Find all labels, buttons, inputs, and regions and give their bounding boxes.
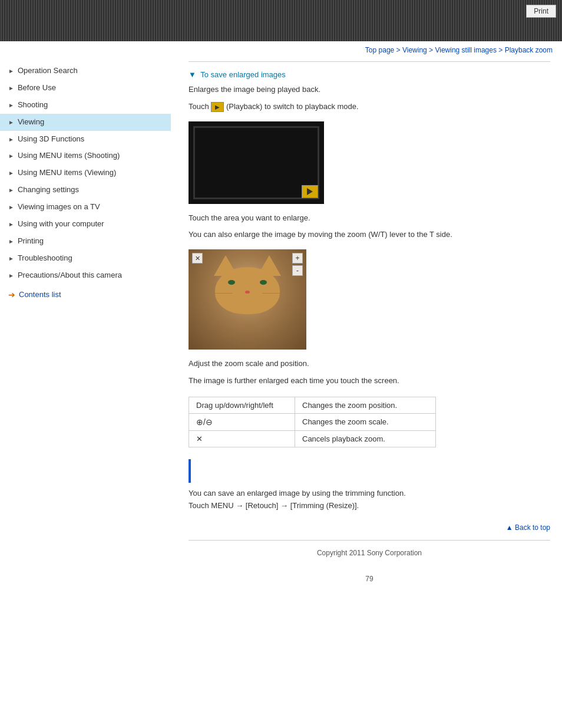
info-table: Drag up/down/right/left Changes the zoom… <box>189 397 436 447</box>
sidebar-item-troubleshooting[interactable]: ► Troubleshooting <box>0 250 171 267</box>
contents-list-link[interactable]: ➔ Contents list <box>0 284 171 305</box>
back-to-top-arrow-icon: ▲ <box>506 523 515 532</box>
table-row: Drag up/down/right/left Changes the zoom… <box>189 397 436 413</box>
top-divider <box>189 61 550 62</box>
back-to-top[interactable]: ▲ Back to top <box>189 518 550 538</box>
note-bar <box>189 459 191 483</box>
zoom-in-icon[interactable]: + <box>292 253 303 263</box>
arrow-icon: ► <box>8 220 14 228</box>
sidebar-item-viewing-tv[interactable]: ► Viewing images on a TV <box>0 199 171 216</box>
breadcrumb-viewing-still-images[interactable]: Viewing still images <box>435 46 497 54</box>
arrow-icon: ► <box>8 238 14 245</box>
sidebar-item-precautions[interactable]: ► Precautions/About this camera <box>0 267 171 284</box>
table-cell-drag: Drag up/down/right/left <box>189 397 295 413</box>
bottom-divider <box>189 540 550 541</box>
arrow-icon: ► <box>8 118 14 126</box>
zoom-out-icon[interactable]: - <box>292 265 303 276</box>
copyright: Copyright 2011 Sony Corporation <box>189 543 550 563</box>
sidebar-item-viewing[interactable]: ► Viewing <box>0 114 171 131</box>
page-number: 79 <box>189 563 550 589</box>
playback-button-inline: ▶ <box>211 102 224 112</box>
playback-icon[interactable] <box>302 185 318 198</box>
breadcrumb-top-page[interactable]: Top page <box>365 46 394 54</box>
table-cell-cancel: Cancels playback zoom. <box>295 430 436 447</box>
cat-image: + - ✕ <box>189 249 306 350</box>
print-button[interactable]: Print <box>526 5 556 18</box>
sidebar-item-operation-search[interactable]: ► Operation Search <box>0 62 171 80</box>
note-text2: Touch MENU → [Retouch] → [Trimming (Resi… <box>189 500 550 512</box>
content-area: ▼ To save enlarged images Enlarges the i… <box>171 57 562 601</box>
table-cell-zoom-icons: ⊕/⊖ <box>189 413 295 430</box>
table-cell-zoom-position: Changes the zoom position. <box>295 397 436 413</box>
note-bar-container <box>189 459 550 483</box>
sidebar-item-using-3d[interactable]: ► Using 3D Functions <box>0 131 171 148</box>
arrow-icon: ► <box>8 272 14 279</box>
section-title-text[interactable]: To save enlarged images <box>200 70 286 79</box>
arrow-icon: ► <box>8 152 14 160</box>
sidebar-item-menu-viewing[interactable]: ► Using MENU items (Viewing) <box>0 164 171 182</box>
breadcrumb: Top page > Viewing > Viewing still image… <box>0 41 562 57</box>
section-title: ▼ To save enlarged images <box>189 70 550 79</box>
para5: Adjust the zoom scale and position. <box>189 358 550 370</box>
sidebar: ► Operation Search ► Before Use ► Shooti… <box>0 57 171 601</box>
para6: The image is further enlarged each time … <box>189 375 550 387</box>
zoom-controls[interactable]: + - <box>292 253 303 276</box>
para1: Enlarges the image being played back. <box>189 84 550 96</box>
table-row: ⊕/⊖ Changes the zoom scale. <box>189 413 436 430</box>
para4: You can also enlarge the image by moving… <box>189 229 550 241</box>
table-row: ✕ Cancels playback zoom. <box>189 430 436 447</box>
contents-list-arrow-icon: ➔ <box>8 290 15 299</box>
note-section: You can save an enlarged image by using … <box>189 459 550 512</box>
arrow-icon: ► <box>8 186 14 194</box>
sidebar-item-shooting[interactable]: ► Shooting <box>0 97 171 114</box>
close-icon[interactable]: ✕ <box>192 253 203 263</box>
sidebar-item-using-computer[interactable]: ► Using with your computer <box>0 216 171 233</box>
sidebar-item-menu-shooting[interactable]: ► Using MENU items (Shooting) <box>0 147 171 164</box>
back-to-top-link[interactable]: Back to top <box>515 523 550 532</box>
triangle-down-icon: ▼ <box>189 70 196 79</box>
main-layout: ► Operation Search ► Before Use ► Shooti… <box>0 57 562 601</box>
arrow-icon: ► <box>8 84 14 92</box>
para2: Touch ▶ (Playback) to switch to playback… <box>189 101 550 113</box>
arrow-icon: ► <box>8 169 14 177</box>
arrow-icon: ► <box>8 101 14 109</box>
arrow-icon: ► <box>8 255 14 262</box>
play-triangle-icon <box>307 188 313 195</box>
sidebar-item-changing-settings[interactable]: ► Changing settings <box>0 182 171 199</box>
sidebar-item-printing[interactable]: ► Printing <box>0 233 171 250</box>
note-text1: You can save an enlarged image by using … <box>189 487 550 500</box>
table-cell-zoom-scale: Changes the zoom scale. <box>295 413 436 430</box>
breadcrumb-viewing[interactable]: Viewing <box>402 46 427 54</box>
para3: Touch the area you want to enlarge. <box>189 212 550 225</box>
table-cell-x: ✕ <box>189 430 295 447</box>
breadcrumb-playback-zoom[interactable]: Playback zoom <box>505 46 553 54</box>
cat-image-inner: + - ✕ <box>189 249 306 350</box>
camera-diagram <box>189 121 324 204</box>
header-bar: Print <box>0 0 562 41</box>
arrow-icon: ► <box>8 136 14 143</box>
arrow-icon: ► <box>8 67 14 75</box>
arrow-icon: ► <box>8 203 14 211</box>
sidebar-item-before-use[interactable]: ► Before Use <box>0 80 171 97</box>
